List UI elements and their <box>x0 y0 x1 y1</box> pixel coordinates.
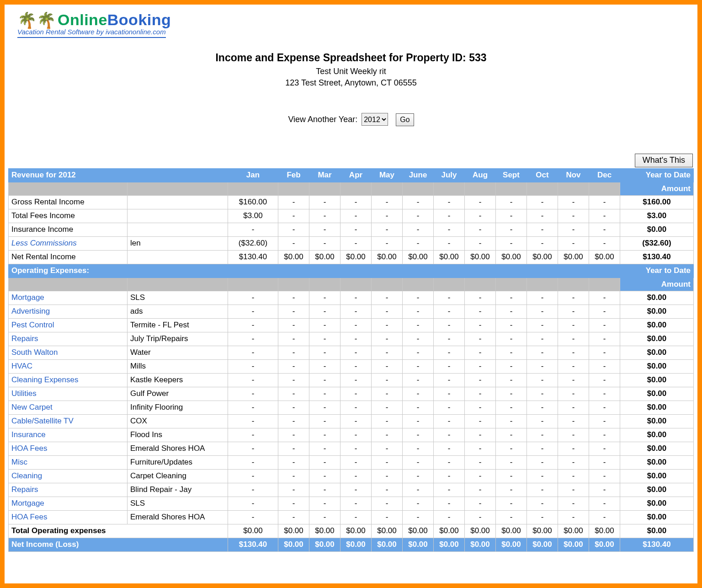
expense-label[interactable]: Misc <box>9 455 128 469</box>
expense-row: Advertisingads------------$0.00 <box>9 305 694 318</box>
cell-month: $0.00 <box>589 524 620 538</box>
total-operating-label: Total Operating expenses <box>9 524 228 538</box>
cell-month: - <box>496 291 527 305</box>
cell-month: - <box>589 332 620 346</box>
whats-this-button[interactable]: What's This <box>635 154 693 167</box>
cell-month: - <box>465 209 496 223</box>
cell-month: - <box>496 442 527 455</box>
expense-label[interactable]: Mortgage <box>9 291 128 305</box>
expense-vendor: Infinity Flooring <box>128 401 228 414</box>
cell-month: - <box>278 428 309 442</box>
year-label: View Another Year: <box>288 115 357 124</box>
cell-month: - <box>309 195 340 209</box>
cell-month: - <box>228 346 278 359</box>
cell-month: - <box>465 373 496 387</box>
page-title: Income and Expense Spreadsheet for Prope… <box>8 52 694 64</box>
expense-label[interactable]: Repairs <box>9 483 128 497</box>
cell-month: - <box>403 442 434 455</box>
cell-month: - <box>228 455 278 469</box>
go-button[interactable]: Go <box>396 113 414 126</box>
cell-month: - <box>527 469 558 483</box>
expense-label[interactable]: South Walton <box>9 346 128 359</box>
cell-month: - <box>527 318 558 332</box>
cell-month: - <box>465 318 496 332</box>
cell-jan: $3.00 <box>228 209 278 223</box>
cell-month: - <box>434 236 465 250</box>
spreadsheet-table: Revenue for 2012JanFebMarAprMayJuneJulyA… <box>8 168 694 552</box>
cell-month: - <box>309 497 340 510</box>
expense-label[interactable]: New Carpet <box>9 401 128 414</box>
cell-month: - <box>340 401 372 414</box>
revenue-header-row: Revenue for 2012JanFebMarAprMayJuneJulyA… <box>9 168 694 182</box>
cell-month: - <box>527 195 558 209</box>
ytd-header-bottom: Amount <box>620 182 694 195</box>
expense-label[interactable]: Insurance <box>9 428 128 442</box>
cell-month: $0.00 <box>403 250 434 264</box>
cell-month: $0.00 <box>278 538 309 551</box>
expense-label[interactable]: Utilities <box>9 387 128 401</box>
expense-vendor: Furniture/Updates <box>128 455 228 469</box>
cell-month: - <box>372 195 403 209</box>
cell-month: - <box>434 401 465 414</box>
expense-vendor: COX <box>128 414 228 428</box>
revenue-row: Net Rental Income$130.40$0.00$0.00$0.00$… <box>9 250 694 264</box>
cell-month: - <box>465 401 496 414</box>
cell-month: - <box>403 497 434 510</box>
cell-month: - <box>278 414 309 428</box>
cell-month: - <box>309 332 340 346</box>
cell-month: - <box>434 359 465 373</box>
month-header: May <box>372 168 403 182</box>
cell-month: - <box>496 332 527 346</box>
cell-month: - <box>589 442 620 455</box>
expense-label[interactable]: Cable/Satellite TV <box>9 414 128 428</box>
expense-label[interactable]: Pest Control <box>9 318 128 332</box>
cell-month: - <box>278 401 309 414</box>
cell-month: - <box>340 359 372 373</box>
expense-label[interactable]: HVAC <box>9 359 128 373</box>
cell-ytd: $0.00 <box>620 373 694 387</box>
expense-label[interactable]: Cleaning <box>9 469 128 483</box>
cell-month: $0.00 <box>372 250 403 264</box>
cell-month: $0.00 <box>527 524 558 538</box>
expense-label[interactable]: Advertising <box>9 305 128 318</box>
cell-month: $0.00 <box>372 524 403 538</box>
cell-month: - <box>558 387 589 401</box>
cell-month: - <box>558 236 589 250</box>
expense-vendor: Gulf Power <box>128 387 228 401</box>
expense-row: InsuranceFlood Ins------------$0.00 <box>9 428 694 442</box>
expense-label[interactable]: HOA Fees <box>9 442 128 455</box>
expenses-header-row: Operating Expenses:Year to Date <box>9 264 694 278</box>
cell-month: - <box>465 195 496 209</box>
total-operating-row: Total Operating expenses$0.00$0.00$0.00$… <box>9 524 694 538</box>
cell-month: - <box>309 455 340 469</box>
cell-month: - <box>278 291 309 305</box>
cell-month: - <box>527 455 558 469</box>
year-select[interactable]: 2012 <box>362 113 388 126</box>
expense-label[interactable]: Repairs <box>9 332 128 346</box>
cell-month: - <box>372 359 403 373</box>
cell-month: - <box>228 401 278 414</box>
expense-label[interactable]: Cleaning Expenses <box>9 373 128 387</box>
expense-label[interactable]: HOA Fees <box>9 510 128 524</box>
cell-ytd: $0.00 <box>620 414 694 428</box>
expense-vendor: Blind Repair - Jay <box>128 483 228 497</box>
cell-month: - <box>372 442 403 455</box>
cell-month: $0.00 <box>496 538 527 551</box>
cell-month: - <box>558 469 589 483</box>
month-header: Jan <box>228 168 278 182</box>
expense-label[interactable]: Mortgage <box>9 497 128 510</box>
cell-month: $0.00 <box>465 538 496 551</box>
cell-month: - <box>403 346 434 359</box>
cell-month: $0.00 <box>403 524 434 538</box>
cell-month: - <box>465 223 496 236</box>
cell-month: - <box>589 497 620 510</box>
expense-row: South WaltonWater------------$0.00 <box>9 346 694 359</box>
revenue-vendor <box>128 195 228 209</box>
cell-month: - <box>465 428 496 442</box>
cell-ytd: $0.00 <box>620 387 694 401</box>
expense-row: HVACMills------------$0.00 <box>9 359 694 373</box>
cell-month: - <box>372 209 403 223</box>
cell-month: - <box>465 387 496 401</box>
cell-month: - <box>309 291 340 305</box>
net-income-row: Net Income (Loss)$130.40$0.00$0.00$0.00$… <box>9 538 694 551</box>
